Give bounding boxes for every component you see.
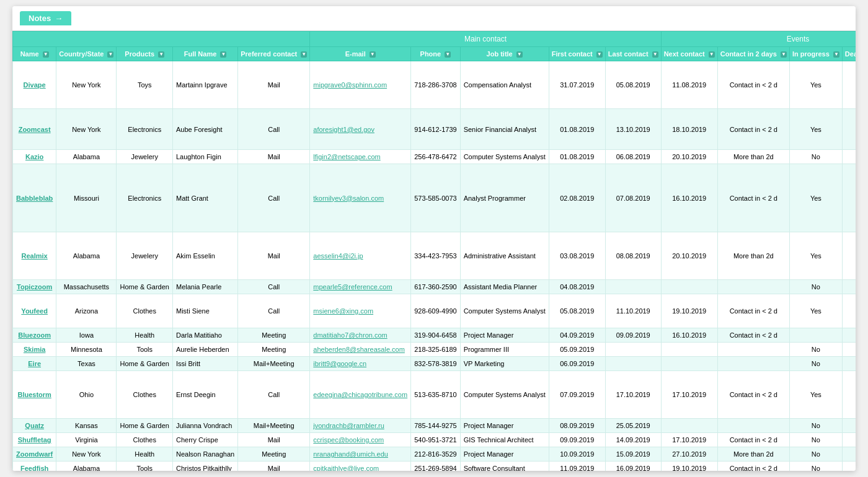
cell-jobtitle: Project Manager	[460, 328, 549, 343]
cell-preferred: Call	[238, 294, 310, 328]
cell-preferred: Call	[238, 109, 310, 150]
cell-products: Health	[117, 447, 172, 462]
th-nextcontact[interactable]: Next contact ▼	[661, 47, 717, 61]
cell-name[interactable]: Bluestorm	[13, 371, 56, 419]
cell-email[interactable]: mipgrave0@sphinn.com	[310, 61, 411, 109]
table-row: KazioAlabamaJeweleryLaughton FiginMaillf…	[13, 150, 856, 164]
cell-next	[661, 343, 717, 357]
th-products[interactable]: Products ▼	[117, 47, 172, 61]
cell-name[interactable]: Quatz	[13, 419, 56, 433]
cell-email[interactable]: aesselin4@i2i.jp	[310, 232, 411, 280]
cell-preferred: Mail	[238, 462, 310, 471]
cell-preferred: Mail+Meeting	[238, 419, 310, 433]
cell-country: New York	[56, 61, 117, 109]
cell-products: Clothes	[117, 294, 172, 328]
cell-last: 16.09.2019	[605, 462, 661, 471]
cell-contactin2d: Contact in < 2 d	[717, 328, 789, 343]
th-phone[interactable]: Phone ▼	[411, 47, 461, 61]
table-body: DivapeNew YorkToysMartainn IpgraveMailmi…	[13, 61, 856, 471]
cell-name[interactable]: Skimia	[13, 343, 56, 357]
cell-contactin2d	[717, 280, 789, 294]
cell-email[interactable]: tkornilyev3@salon.com	[310, 164, 411, 232]
cell-name[interactable]: Babbleblab	[13, 164, 56, 232]
th-preferred[interactable]: Preferred contact ▼	[238, 47, 310, 61]
cell-name[interactable]: Eire	[13, 357, 56, 371]
th-deals[interactable]: Deals Value ▼	[842, 47, 856, 61]
cell-products: Home & Garden	[117, 357, 172, 371]
cell-next	[661, 419, 717, 433]
cell-name[interactable]: Realmix	[13, 232, 56, 280]
cell-email[interactable]: aheberden8@shareasale.com	[310, 343, 411, 357]
cell-email[interactable]: ibritt9@google.cn	[310, 357, 411, 371]
cell-email[interactable]: aforesight1@ed.gov	[310, 109, 411, 150]
cell-phone: 334-423-7953	[411, 232, 461, 280]
cell-deals: 84	[842, 61, 856, 109]
cell-name[interactable]: Divape	[13, 61, 56, 109]
th-fullname[interactable]: Full Name ▼	[172, 47, 237, 61]
notes-tab[interactable]: Notes	[20, 11, 71, 25]
cell-products: Home & Garden	[117, 280, 172, 294]
cell-country: Minnesota	[56, 343, 117, 357]
cell-email[interactable]: jvondrachb@rambler.ru	[310, 419, 411, 433]
table-row: YoufeedArizonaClothesMisti SieneCallmsie…	[13, 294, 856, 328]
cell-next: 11.08.2019	[661, 61, 717, 109]
th-jobtitle[interactable]: Job title ▼	[460, 47, 549, 61]
cell-last: 08.08.2019	[605, 232, 661, 280]
cell-inprogress: No	[789, 447, 842, 462]
cell-deals: 0	[842, 433, 856, 447]
cell-contactin2d: Contact in < 2 d	[717, 371, 789, 419]
cell-email[interactable]: mpearle5@reference.com	[310, 280, 411, 294]
cell-last: 13.10.2019	[605, 109, 661, 150]
cell-email[interactable]: dmatitiaho7@chron.com	[310, 328, 411, 343]
cell-name[interactable]: Feedfish	[13, 462, 56, 471]
cell-deals: 15	[842, 462, 856, 471]
cell-next: 17.10.2019	[661, 433, 717, 447]
th-inprogress[interactable]: In progress ▼	[789, 47, 842, 61]
cell-products: Tools	[117, 462, 172, 471]
cell-phone: 319-904-6458	[411, 328, 461, 343]
cell-email[interactable]: nranaghand@umich.edu	[310, 447, 411, 462]
cell-name[interactable]: Youfeed	[13, 294, 56, 328]
cell-deals: 0	[842, 447, 856, 462]
cell-name[interactable]: Kazio	[13, 150, 56, 164]
main-window: Notes Main contact Events Name ▼ Country…	[12, 6, 856, 471]
group-main-contact: Main contact	[310, 32, 661, 47]
cell-next: 16.10.2019	[661, 164, 717, 232]
cell-first: 04.08.2019	[549, 280, 605, 294]
cell-name[interactable]: Shuffletag	[13, 433, 56, 447]
cell-email[interactable]: ccrispec@booking.com	[310, 433, 411, 447]
cell-name[interactable]: Topiczoom	[13, 280, 56, 294]
cell-email[interactable]: edeegina@chicagotribune.com	[310, 371, 411, 419]
cell-first: 03.08.2019	[549, 232, 605, 280]
cell-preferred: Call	[238, 164, 310, 232]
cell-name[interactable]: Zoomdwarf	[13, 447, 56, 462]
th-firstcontact[interactable]: First contact ▼	[549, 47, 605, 61]
th-lastcontact[interactable]: Last contact ▼	[605, 47, 661, 61]
cell-next: 16.10.2019	[661, 328, 717, 343]
cell-inprogress: No	[789, 150, 842, 164]
cell-inprogress: No	[789, 357, 842, 371]
cell-name[interactable]: Zoomcast	[13, 109, 56, 150]
cell-phone: 573-585-0073	[411, 164, 461, 232]
cell-contactin2d: More than 2d	[717, 150, 789, 164]
cell-inprogress: No	[789, 343, 842, 357]
cell-email[interactable]: msiene6@xing.com	[310, 294, 411, 328]
th-name[interactable]: Name ▼	[13, 47, 56, 61]
cell-inprogress	[789, 328, 842, 343]
cell-inprogress: No	[789, 419, 842, 433]
cell-deals: 20	[842, 328, 856, 343]
cell-deals: 0	[842, 419, 856, 433]
th-contactin2d[interactable]: Contact in 2 days ▼	[717, 47, 789, 61]
cell-inprogress: Yes	[789, 371, 842, 419]
cell-next: 20.10.2019	[661, 232, 717, 280]
cell-email[interactable]: lfigin2@netscape.com	[310, 150, 411, 164]
th-email[interactable]: E-mail ▼	[310, 47, 411, 61]
cell-fullname: Melania Pearle	[172, 280, 237, 294]
cell-jobtitle: Administrative Assistant	[460, 232, 549, 280]
cell-first: 31.07.2019	[549, 61, 605, 109]
th-country[interactable]: Country/State ▼	[56, 47, 117, 61]
cell-name[interactable]: Bluezoom	[13, 328, 56, 343]
cell-country: New York	[56, 109, 117, 150]
cell-email[interactable]: cpitkaithlye@live.com	[310, 462, 411, 471]
cell-fullname: Aube Foresight	[172, 109, 237, 150]
